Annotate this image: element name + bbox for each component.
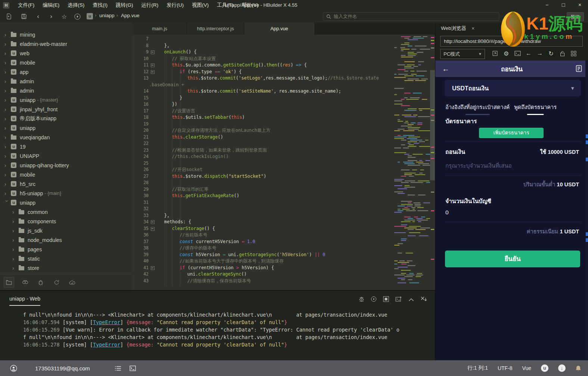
chevron-right-icon[interactable]: ›: [4, 172, 11, 177]
tree-item-uniapp[interactable]: ›uuniapp: [0, 123, 133, 133]
tree-item-js_sdk[interactable]: ›js_sdk: [0, 226, 133, 235]
chevron-right-icon[interactable]: ›: [4, 107, 11, 112]
cursor-position[interactable]: 行:1 列:1: [467, 365, 488, 372]
settings-gear-icon[interactable]: ⚙: [502, 49, 511, 58]
code-line-20[interactable]: 20//自定义缓存清理方法，应放在onLaunch最上方: [133, 127, 394, 134]
code-line-32[interactable]: 32: [133, 206, 394, 212]
tree-item-uniapp[interactable]: ›uuniapp- {master}: [0, 95, 133, 105]
code-line-37[interactable]: 37const currentH5Version = 1.0: [133, 239, 394, 245]
tree-item-web[interactable]: ›uweb: [0, 49, 133, 58]
chevron-right-icon[interactable]: ›: [4, 79, 11, 84]
tree-item-app[interactable]: ›uapp: [0, 67, 133, 77]
code-area[interactable]: 78},9onLaunch() {10// 获取站点基本设置11this.$u.…: [133, 35, 435, 290]
tree-item-node_modules[interactable]: ›node_modules: [0, 235, 133, 245]
tree-item-store[interactable]: ›store: [0, 263, 133, 273]
refresh-tab-icon[interactable]: [52, 277, 61, 287]
tree-item-vueqiangdan[interactable]: ›vueqiangdan: [0, 133, 133, 142]
tree-item-common[interactable]: ›common: [0, 207, 133, 217]
minimize-button[interactable]: −: [539, 0, 555, 10]
grid-layout-icon[interactable]: [569, 49, 578, 58]
devtools-console-icon[interactable]: [513, 49, 522, 58]
fold-marker-icon[interactable]: [149, 226, 156, 232]
chevron-right-icon[interactable]: ›: [12, 256, 19, 261]
browser-scrollbar[interactable]: [585, 60, 588, 360]
code-line-23[interactable]: 23//检测是否登陆，如果未登录，跳转到登录页面: [133, 147, 394, 154]
chevron-right-icon[interactable]: ›: [4, 41, 11, 47]
tree-item-mobile[interactable]: ›umobile: [0, 170, 133, 179]
chevron-right-icon[interactable]: ›: [4, 163, 11, 168]
open-external-icon[interactable]: [491, 49, 500, 58]
chevron-right-icon[interactable]: ›: [12, 209, 19, 215]
forward-icon[interactable]: ›: [47, 12, 56, 21]
collapse-panel-icon[interactable]: [408, 296, 414, 304]
new-file-icon[interactable]: [4, 12, 13, 21]
tree-item-uniapp-qihang-lottery[interactable]: ›uuniapp-qihang-lottery: [0, 161, 133, 170]
code-line-29[interactable]: 29//获取法币的汇率: [133, 186, 394, 193]
tree-item-mobile[interactable]: ›umobile: [0, 58, 133, 67]
chevron-right-icon[interactable]: ›: [4, 135, 11, 140]
minimap[interactable]: [393, 35, 430, 290]
tree-item-jinpai_yhyl_front[interactable]: ›ujinpai_yhyl_front: [0, 105, 133, 114]
breadcrumb-project[interactable]: uniapp: [99, 13, 115, 18]
browser-forward-icon[interactable]: →: [535, 49, 544, 58]
tree-item-eladmin-web-master[interactable]: ›eladmin-web-master: [0, 39, 133, 49]
add-bank-card-button[interactable]: เพิ่มบัตรธนาคาร: [479, 128, 544, 138]
debug-icon[interactable]: [359, 296, 364, 304]
menu-item[interactable]: 发行(U): [162, 0, 188, 10]
code-line-21[interactable]: 21this.clearStorage(): [133, 134, 394, 141]
chevron-right-icon[interactable]: ›: [4, 116, 11, 121]
close-button[interactable]: ×: [572, 0, 588, 10]
cloud-sync-icon[interactable]: [67, 277, 77, 287]
browser-tab[interactable]: Web浏览器: [441, 25, 466, 32]
tab-bank-card[interactable]: พูดถึงบัตรธนาคาร: [514, 103, 557, 115]
tree-item-h5_src[interactable]: ›uh5_src: [0, 179, 133, 189]
user-avatar-icon[interactable]: [10, 365, 17, 372]
chevron-right-icon[interactable]: ›: [12, 219, 19, 224]
tree-item-mining[interactable]: ›mining: [0, 30, 133, 39]
editor-scrollbar-thumb[interactable]: [430, 70, 435, 180]
breadcrumb-file[interactable]: App.vue: [121, 13, 140, 18]
tree-item-pages[interactable]: ›pages: [0, 245, 133, 254]
uniapp-status-icon[interactable]: u: [541, 364, 548, 372]
chevron-right-icon[interactable]: ›: [12, 237, 19, 243]
code-line-11[interactable]: 11this.$u.api.common.getSiteConfig().the…: [133, 62, 394, 69]
tree-item-UNIAPP[interactable]: ›uUNIAPP: [0, 151, 133, 161]
chevron-right-icon[interactable]: ›: [4, 97, 11, 103]
code-line-38[interactable]: 38//缓存中的版本号: [133, 245, 394, 252]
code-line-14[interactable]: 14this.$store.commit('setSiteName', res.…: [133, 88, 394, 95]
code-line-36[interactable]: 36//当前版本号: [133, 232, 394, 239]
amount-input-placeholder[interactable]: กรุณาระบุจำนวนเงินที่เสนอ: [445, 161, 511, 170]
code-line-35[interactable]: 35clearStorage() {: [133, 226, 394, 232]
code-line-10[interactable]: 10// 获取站点基本设置: [133, 56, 394, 62]
tree-item-static[interactable]: ›static: [0, 254, 133, 263]
code-line-15[interactable]: 15}: [133, 95, 394, 102]
tree-item-19[interactable]: ›u19: [0, 142, 133, 151]
error-link[interactable]: TypeError: [93, 319, 120, 325]
editor-tab-main.js[interactable]: main.js: [133, 22, 187, 35]
language-mode[interactable]: Vue: [522, 365, 531, 371]
menu-item[interactable]: 选择(S): [63, 0, 88, 10]
code-line-41[interactable]: 41if (currentH5Version > h5Version) {: [133, 265, 394, 271]
menu-item[interactable]: 文件(F): [14, 0, 38, 10]
chevron-right-icon[interactable]: ›: [4, 125, 11, 131]
tree-item-uniapp[interactable]: ›uuniapp: [0, 198, 133, 207]
task-list-icon[interactable]: [115, 366, 121, 371]
preview-button[interactable]: 预览: [567, 12, 584, 21]
unlock-icon[interactable]: [558, 49, 567, 58]
code-line-7[interactable]: 7: [133, 36, 394, 43]
browser-back-icon[interactable]: ←: [524, 49, 533, 58]
fold-marker-icon[interactable]: [149, 62, 156, 69]
chevron-right-icon[interactable]: ›: [12, 228, 19, 233]
maximize-button[interactable]: □: [555, 0, 572, 10]
code-line-40[interactable]: 40//如果当前版本号大于缓存中的版本号，则清除缓存: [133, 258, 394, 265]
new-terminal-icon[interactable]: [395, 296, 402, 304]
code-line-30[interactable]: 30this.getFiatExchageRate(): [133, 193, 394, 199]
terminal-icon[interactable]: [130, 366, 136, 371]
records-icon[interactable]: [575, 65, 582, 74]
search-tab-icon[interactable]: [20, 277, 30, 287]
menu-item[interactable]: 视图(V): [188, 0, 213, 10]
fold-marker-icon[interactable]: [149, 265, 156, 271]
browser-tab-close-icon[interactable]: ×: [472, 25, 475, 31]
tree-item-帝启版本uniapp[interactable]: ›u帝启版本uniapp: [0, 114, 133, 123]
chevron-right-icon[interactable]: ›: [4, 69, 11, 75]
